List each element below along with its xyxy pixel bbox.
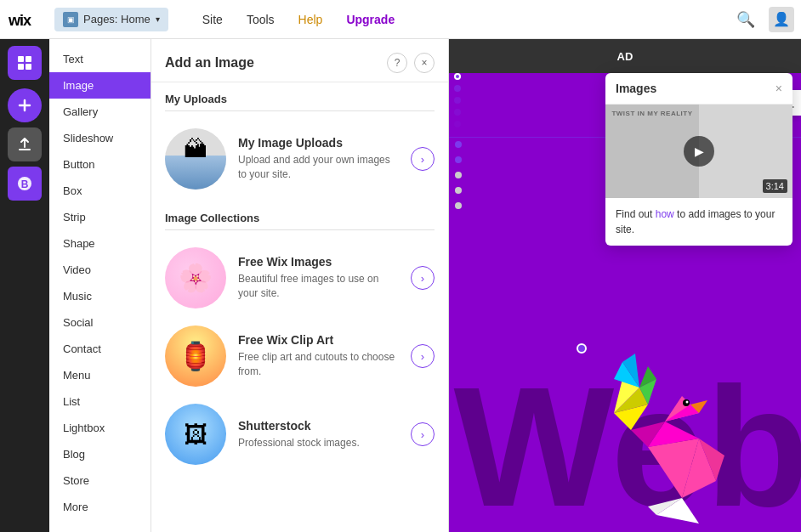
menu-item-more[interactable]: More	[49, 494, 151, 520]
collections-section-title: Image Collections	[165, 212, 435, 230]
handle-dot-3	[454, 97, 461, 104]
uploads-info: My Image Uploads Upload and add your own…	[238, 136, 399, 182]
menu-item-social[interactable]: Social	[49, 309, 151, 336]
free-wix-images-item[interactable]: 🌸 Free Wix Images Beautiful free images …	[165, 239, 435, 317]
thumb-content: TWIST IN MY REALITY ▶ 3:14	[605, 105, 792, 198]
menu-item-text[interactable]: Text	[49, 46, 151, 72]
geometric-bird	[563, 294, 801, 532]
wix-images-desc: Beautiful free images to use on your sit…	[238, 272, 399, 301]
add-image-panel: Add an Image ? × My Uploads My Image Upl…	[151, 39, 449, 532]
menu-item-blog[interactable]: Blog	[49, 441, 151, 467]
menu-item-menu[interactable]: Menu	[49, 362, 151, 388]
svg-text:B: B	[21, 178, 29, 190]
popup-title: Images	[616, 82, 656, 95]
svg-rect-1	[18, 56, 24, 62]
svg-point-24	[686, 401, 689, 404]
clipart-info: Free Wix Clip Art Free clip art and cuto…	[238, 333, 399, 379]
more-arrow[interactable]: ›	[411, 422, 435, 446]
svg-rect-7	[19, 149, 31, 150]
menu-item-box[interactable]: Box	[49, 178, 151, 204]
uploads-thumbnail	[165, 128, 226, 190]
tools-nav-item[interactable]: Tools	[247, 13, 275, 26]
menu-item-gallery[interactable]: Gallery	[49, 99, 151, 125]
menu-item-slideshow[interactable]: Slideshow	[49, 125, 151, 151]
canvas-area: AD Web	[449, 39, 801, 532]
menu-item-video[interactable]: Video	[49, 257, 151, 283]
more-info: Shutterstock Professional stock images.	[238, 419, 399, 450]
upgrade-nav-item[interactable]: Upgrade	[346, 13, 395, 26]
pages-label: Pages: Home	[83, 13, 151, 25]
search-icon[interactable]: 🔍	[736, 10, 755, 29]
ad-label: AD	[617, 50, 633, 63]
popup-footer-link[interactable]: how	[656, 208, 674, 220]
handle-dot-2	[454, 85, 461, 92]
menu-item-button[interactable]: Button	[49, 151, 151, 178]
more-thumbnail: 🖼	[165, 404, 226, 465]
menu-item-store[interactable]: Store	[49, 467, 151, 494]
more-name: Shutterstock	[238, 419, 399, 433]
chevron-down-icon: ▾	[156, 14, 160, 24]
menu-item-contact[interactable]: Contact	[49, 336, 151, 362]
clipart-thumbnail: 🏮	[165, 325, 226, 387]
popup-header: Images ×	[605, 73, 792, 105]
site-nav-item[interactable]: Site	[202, 13, 223, 26]
svg-rect-3	[18, 64, 24, 70]
uploads-arrow[interactable]: ›	[411, 147, 435, 171]
uploads-desc: Upload and add your own images to your s…	[238, 153, 399, 182]
menu-item-lightbox[interactable]: Lightbox	[49, 415, 151, 441]
elements-icon-btn[interactable]	[8, 46, 42, 80]
left-sidebar-icons: B	[0, 39, 49, 532]
add-icon-btn[interactable]	[8, 88, 42, 122]
handle-dot-4	[454, 109, 461, 116]
menu-item-music[interactable]: Music	[49, 283, 151, 309]
clipart-desc: Free clip art and cutouts to choose from…	[238, 350, 399, 379]
elements-menu: Text Image Gallery Slideshow Button Box …	[49, 39, 151, 532]
store-icon-btn[interactable]: B	[8, 167, 42, 201]
menu-item-shape[interactable]: Shape	[49, 230, 151, 257]
clipart-arrow[interactable]: ›	[411, 344, 435, 368]
free-clipart-item[interactable]: 🏮 Free Wix Clip Art Free clip art and cu…	[165, 317, 435, 395]
wix-logo: wix	[0, 11, 51, 28]
more-collections-item[interactable]: 🖼 Shutterstock Professional stock images…	[165, 395, 435, 473]
popup-footer: Find out how to add images to your site.	[605, 198, 792, 246]
help-nav-item[interactable]: Help	[298, 13, 323, 26]
pages-button[interactable]: ▣ Pages: Home ▾	[54, 8, 168, 31]
wix-images-info: Free Wix Images Beautiful free images to…	[238, 255, 399, 301]
images-popup: Images × TWIST IN MY REALITY ▶	[605, 73, 792, 246]
wix-images-thumbnail: 🌸	[165, 247, 226, 308]
panel-body: My Uploads My Image Uploads Upload and a…	[151, 82, 448, 532]
handle-dot-5	[454, 121, 461, 127]
video-duration: 3:14	[763, 179, 787, 193]
popup-video-thumbnail: TWIST IN MY REALITY ▶ 3:14	[605, 105, 792, 198]
panel-title: Add an Image	[165, 55, 254, 71]
thumb-title-text: TWIST IN MY REALITY	[611, 110, 692, 117]
topbar-nav: Site Tools Help Upgrade	[202, 13, 395, 26]
svg-rect-2	[26, 56, 31, 62]
menu-item-list[interactable]: List	[49, 388, 151, 415]
clipart-name: Free Wix Clip Art	[238, 333, 399, 347]
popup-close-button[interactable]: ×	[775, 82, 782, 95]
svg-text:wix: wix	[9, 12, 31, 28]
wix-images-name: Free Wix Images	[238, 255, 399, 269]
panel-actions: ? ×	[387, 53, 435, 73]
drag-handle	[454, 73, 461, 127]
wix-images-arrow[interactable]: ›	[411, 266, 435, 290]
close-button[interactable]: ×	[414, 53, 435, 73]
topbar: wix ▣ Pages: Home ▾ Site Tools Help Upgr…	[0, 0, 801, 39]
handle-dot-1	[454, 73, 461, 80]
thumb-wrapper: TWIST IN MY REALITY ▶ 3:14	[605, 105, 792, 198]
ad-bar: AD	[449, 39, 801, 73]
uploads-section-title: My Uploads	[165, 93, 435, 111]
my-uploads-item[interactable]: My Image Uploads Upload and add your own…	[165, 120, 435, 198]
panel-header: Add an Image ? ×	[151, 39, 448, 82]
menu-item-strip[interactable]: Strip	[49, 204, 151, 230]
play-icon[interactable]: ▶	[684, 136, 714, 167]
menu-item-image[interactable]: Image	[49, 72, 151, 99]
play-button[interactable]: ▶	[684, 136, 714, 167]
help-button[interactable]: ?	[387, 53, 407, 73]
user-avatar[interactable]: 👤	[769, 7, 794, 32]
canvas-dot	[577, 343, 587, 354]
upload-icon-btn[interactable]	[8, 127, 42, 161]
pages-icon: ▣	[63, 12, 78, 27]
uploads-name: My Image Uploads	[238, 136, 399, 150]
